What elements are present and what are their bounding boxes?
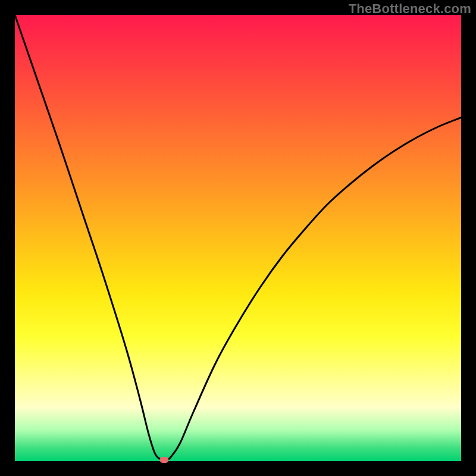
optimal-point-marker [160, 457, 169, 463]
plot-area [15, 15, 461, 461]
chart-frame: TheBottleneck.com [0, 0, 476, 476]
bottleneck-curve [15, 15, 461, 461]
